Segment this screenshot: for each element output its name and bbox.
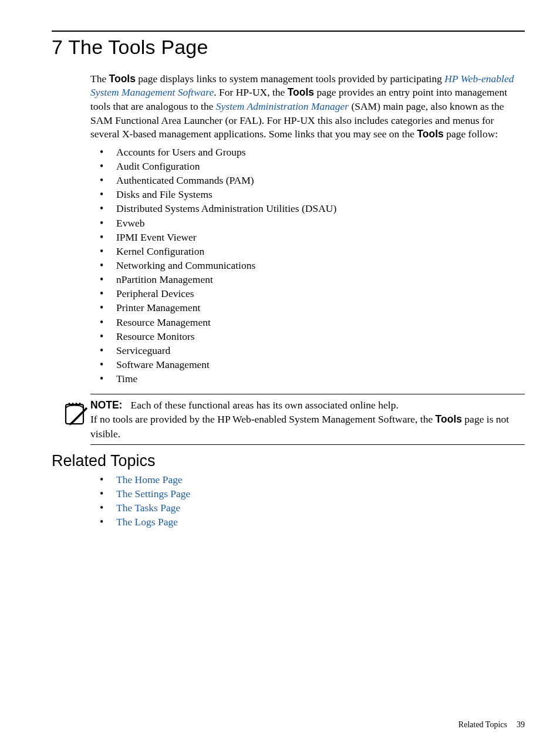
- note-block: NOTE:Each of these functional areas has …: [52, 394, 525, 444]
- note-icon: [62, 398, 90, 440]
- note-label: NOTE:: [90, 399, 122, 411]
- svg-point-4: [79, 403, 81, 404]
- list-item: The Tasks Page: [107, 501, 525, 515]
- link-tasks-page[interactable]: The Tasks Page: [116, 502, 180, 514]
- list-item: The Settings Page: [107, 487, 525, 501]
- footer-page-number: 39: [517, 720, 525, 729]
- link-home-page[interactable]: The Home Page: [116, 474, 183, 485]
- list-item: Printer Management: [107, 301, 524, 315]
- list-item: Evweb: [107, 216, 524, 230]
- list-item: The Logs Page: [107, 515, 525, 529]
- list-item: nPartition Management: [107, 272, 524, 286]
- list-item: Distributed Systems Administration Utili…: [107, 201, 524, 215]
- list-item: Kernel Configuration: [107, 244, 524, 258]
- list-item: Serviceguard: [107, 343, 524, 357]
- svg-point-1: [69, 403, 70, 404]
- list-item: Accounts for Users and Groups: [107, 145, 524, 159]
- list-item: Disks and File Systems: [107, 187, 524, 201]
- intro-paragraph: The Tools page displays links to system …: [90, 72, 524, 141]
- note-line-2a: If no tools are provided by the HP Web-e…: [90, 413, 436, 425]
- page-footer: Related Topics39: [458, 720, 525, 730]
- intro-text: The: [90, 73, 109, 85]
- list-item: Time: [107, 372, 524, 386]
- link-logs-page[interactable]: The Logs Page: [116, 516, 178, 528]
- related-topics-title: Related Topics: [52, 452, 525, 470]
- intro-text: . For HP-UX, the: [214, 86, 287, 98]
- svg-line-5: [71, 408, 87, 424]
- intro-bold-tools-1: Tools: [109, 73, 136, 85]
- tools-list: Accounts for Users and Groups Audit Conf…: [90, 145, 524, 386]
- intro-bold-tools-3: Tools: [417, 128, 443, 140]
- svg-point-2: [72, 403, 74, 404]
- list-item: Authenticated Commands (PAM): [107, 173, 524, 187]
- svg-point-3: [76, 403, 77, 404]
- list-item: Networking and Communications: [107, 258, 524, 272]
- intro-bold-tools-2: Tools: [288, 86, 314, 98]
- list-item: Audit Configuration: [107, 159, 524, 173]
- list-item: The Home Page: [107, 472, 525, 487]
- chapter-title: 7 The Tools Page: [52, 35, 525, 59]
- list-item: Resource Monitors: [107, 329, 524, 343]
- note-rule-bottom: [90, 444, 525, 445]
- list-item: Peripheral Devices: [107, 286, 524, 301]
- link-sam[interactable]: System Administration Manager: [216, 100, 349, 112]
- list-item: Software Management: [107, 357, 524, 372]
- link-settings-page[interactable]: The Settings Page: [116, 488, 190, 499]
- related-topics-list: The Home Page The Settings Page The Task…: [90, 472, 525, 529]
- list-item: IPMI Event Viewer: [107, 230, 524, 244]
- note-line-1: Each of these functional areas has its o…: [130, 399, 398, 411]
- footer-section-label: Related Topics: [458, 720, 507, 729]
- intro-text: page displays links to system management…: [136, 73, 444, 85]
- intro-text: page follow:: [444, 128, 498, 140]
- top-rule: [52, 31, 525, 32]
- note-bold-tools: Tools: [436, 413, 462, 425]
- list-item: Resource Management: [107, 315, 524, 329]
